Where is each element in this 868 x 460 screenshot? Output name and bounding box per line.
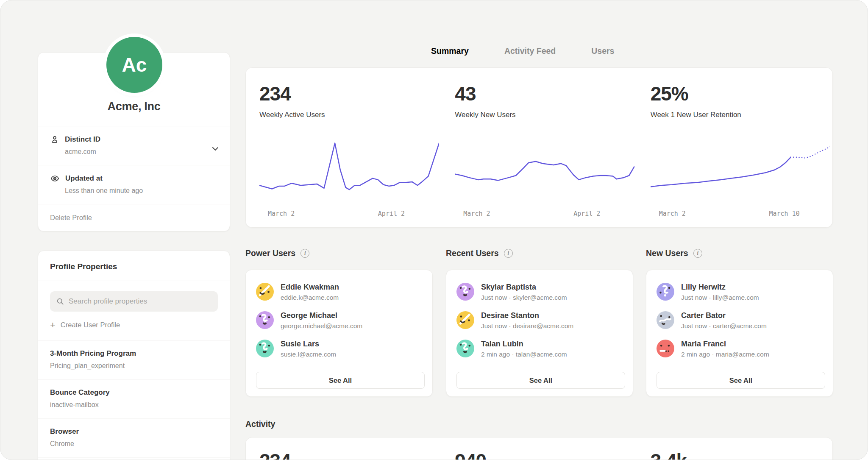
user-name: Skylar Baptista [481, 283, 567, 292]
user-row[interactable]: Skylar Baptista Just now · skyler@acme.c… [456, 283, 625, 301]
create-user-profile-button[interactable]: + Create User Profile [50, 321, 218, 329]
new-users-card: Lilly Herwitz Just now · lilly@acme.com … [646, 270, 833, 397]
activity-card: 234 940 3.4k [245, 437, 833, 460]
tab-label: Summary [431, 46, 469, 56]
user-row[interactable]: Desirae Stanton Just now · desirare@acme… [456, 311, 625, 330]
recent-users-card: Skylar Baptista Just now · skyler@acme.c… [446, 270, 633, 397]
stat-label: Week 1 New User Retention [651, 111, 832, 119]
x-tick: March 2 [659, 210, 686, 217]
x-tick: March 2 [268, 210, 295, 217]
stat-label: Weekly Active Users [259, 111, 441, 119]
property-value: inactive-mailbox [50, 401, 218, 409]
tab-users[interactable]: Users [591, 46, 614, 64]
property-value: Pricing_plan_experiment [50, 362, 218, 370]
stat-value: 43 [455, 82, 637, 105]
divider [38, 281, 230, 281]
chart-x-axis: March 2 April 2 [455, 210, 634, 218]
user-name: Maria Franci [681, 340, 769, 348]
user-row[interactable]: Susie Lars susie.l@acme.com [256, 340, 425, 358]
section-title: Recent Users [446, 248, 499, 258]
weekly-active-users-chart [259, 136, 439, 206]
activity-stat-value: 3.4k [651, 449, 832, 460]
user-subtext: Just now · lilly@acme.com [681, 294, 759, 301]
search-input[interactable] [69, 297, 212, 306]
user-row[interactable]: Maria Franci 2 min ago · maria@acme.com [657, 340, 825, 358]
avatar [256, 340, 274, 357]
user-subtext: Just now · carter@acme.com [681, 322, 767, 330]
property-row: 3-Month Pricing Program Pricing_plan_exp… [38, 340, 230, 379]
stat-value: 234 [259, 82, 441, 105]
retention-chart [651, 136, 830, 206]
avatar [456, 311, 474, 329]
user-subtext: eddie.k@acme.com [281, 294, 339, 301]
property-row: Browser Chrome [38, 418, 230, 457]
user-name: Carter Bator [681, 311, 767, 320]
user-row[interactable]: Carter Bator Just now · carter@acme.com [657, 311, 825, 330]
activity-stat-value: 940 [455, 449, 637, 460]
user-name: Eddie Kwakman [281, 283, 339, 292]
user-subtext: 2 min ago · maria@acme.com [681, 351, 769, 358]
tab-summary[interactable]: Summary [431, 46, 469, 64]
user-row[interactable]: George Michael george.michael@acme.com [256, 311, 425, 330]
stat-weekly-active-users: 234 Weekly Active Users March 2 April 2 [246, 68, 441, 227]
profile-properties-search[interactable] [50, 291, 218, 312]
new-users-header: New Users i [646, 248, 702, 258]
tab-label: Activity Feed [504, 46, 556, 56]
x-tick: March 10 [769, 210, 799, 217]
delete-profile-button[interactable]: Delete Profile [38, 204, 230, 231]
section-title: New Users [646, 248, 688, 258]
see-all-button[interactable]: See All [256, 372, 425, 389]
weekly-new-users-chart [455, 136, 634, 206]
info-icon[interactable]: i [300, 249, 309, 258]
info-icon[interactable]: i [504, 249, 513, 258]
see-all-button[interactable]: See All [456, 372, 625, 389]
field-distinct-id[interactable]: Distinct ID acme.com [38, 126, 230, 165]
x-tick: March 2 [463, 210, 490, 217]
activity-section-title: Activity [245, 419, 275, 429]
org-avatar: Ac [106, 37, 162, 93]
field-updated-at: Updated at Less than one minute ago [38, 165, 230, 204]
field-value: acme.com [65, 148, 218, 156]
user-row[interactable]: Lilly Herwitz Just now · lilly@acme.com [657, 283, 825, 301]
avatar [657, 340, 674, 357]
info-icon[interactable]: i [693, 249, 702, 258]
plus-icon: + [50, 321, 56, 329]
user-name: Desirae Stanton [481, 311, 573, 320]
stat-weekly-new-users: 43 Weekly New Users March 2 April 2 [441, 68, 637, 227]
avatar [256, 283, 274, 301]
tab-activity-feed[interactable]: Activity Feed [504, 46, 556, 64]
property-name: 3-Month Pricing Program [50, 349, 218, 358]
app-window: Ac Acme, Inc Distinct ID acme.com [0, 0, 868, 460]
x-tick: April 2 [378, 210, 405, 217]
stat-label: Weekly New Users [455, 111, 637, 119]
power-users-card: Eddie Kwakman eddie.k@acme.com George Mi… [245, 270, 433, 397]
activity-stat-value: 234 [259, 449, 441, 460]
user-subtext: george.michael@acme.com [281, 322, 362, 330]
org-avatar-initials: Ac [122, 53, 147, 76]
user-row[interactable]: Eddie Kwakman eddie.k@acme.com [256, 283, 425, 301]
chart-x-axis: March 2 April 2 [259, 210, 439, 218]
user-row[interactable]: Talan Lubin 2 min ago · talan@acme.com [456, 340, 625, 358]
chart-x-axis: March 2 March 10 [651, 210, 830, 218]
avatar [256, 311, 274, 329]
user-subtext: 2 min ago · talan@acme.com [481, 351, 567, 358]
stat-value: 25% [651, 82, 832, 105]
field-label: Distinct ID [65, 135, 100, 144]
avatar [657, 283, 674, 301]
section-title: Power Users [245, 248, 295, 258]
user-name: Susie Lars [281, 340, 336, 348]
chevron-down-icon[interactable] [212, 147, 219, 151]
property-row: Bounce Category inactive-mailbox [38, 379, 230, 418]
summary-stats-card: 234 Weekly Active Users March 2 April 2 … [245, 67, 833, 228]
property-name: Bounce Category [50, 388, 218, 397]
person-icon [50, 135, 59, 144]
search-icon [56, 297, 64, 306]
field-value: Less than one minute ago [65, 187, 218, 195]
property-value: Chrome [50, 440, 218, 448]
recent-users-header: Recent Users i [446, 248, 513, 258]
profile-properties-card: Profile Properties + Create User Profile… [38, 251, 230, 460]
profile-properties-title: Profile Properties [38, 251, 230, 281]
user-subtext: Just now · desirare@acme.com [481, 322, 573, 330]
tab-bar: Summary Activity Feed Users [431, 46, 614, 64]
see-all-button[interactable]: See All [657, 372, 825, 389]
